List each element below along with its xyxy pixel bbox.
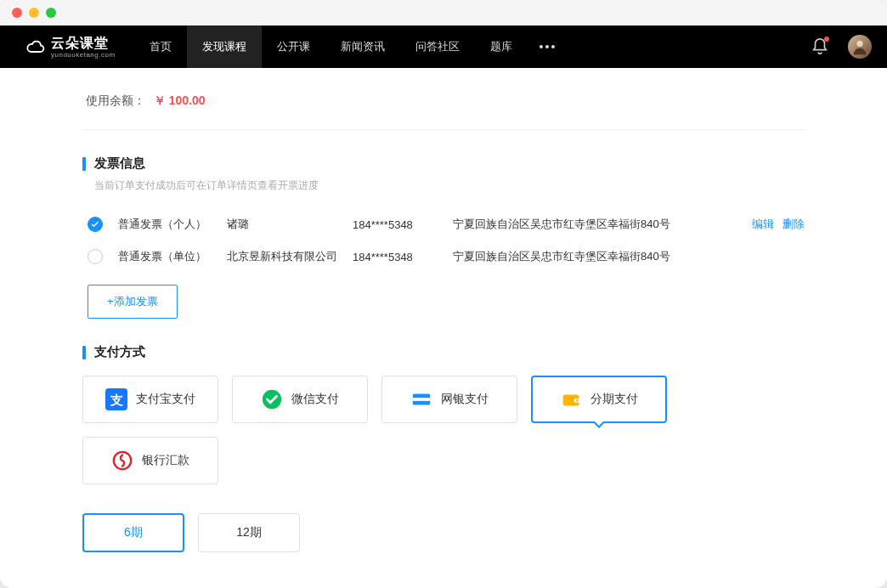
edit-link[interactable]: 编辑 — [752, 217, 774, 232]
invoice-type: 普通发票（单位） — [118, 249, 212, 264]
pay-label: 支付宝支付 — [136, 392, 195, 407]
minimize-icon[interactable] — [29, 8, 39, 18]
pay-label: 分期支付 — [590, 392, 638, 407]
balance-amount: ￥ 100.00 — [154, 93, 206, 107]
payment-methods-grid: 支 支付宝支付 微信支付 网银支付 — [82, 376, 805, 484]
section-title: 支付方式 — [82, 344, 805, 360]
nav-open-courses[interactable]: 公开课 — [262, 25, 325, 68]
app-window: 云朵课堂 yunduoketang.com 首页 发现课程 公开课 新闻资讯 问… — [0, 0, 887, 588]
wallet-icon — [560, 388, 582, 410]
pay-option-installment[interactable]: 分期支付 — [531, 376, 667, 423]
bankcard-icon — [410, 388, 432, 410]
invoice-row[interactable]: 普通发票（个人） 诸璐 184****5348 宁夏回族自治区吴忠市红寺堡区幸福… — [88, 208, 805, 240]
invoice-list: 普通发票（个人） 诸璐 184****5348 宁夏回族自治区吴忠市红寺堡区幸福… — [88, 208, 805, 273]
payment-title-text: 支付方式 — [94, 344, 145, 360]
invoice-address: 宁夏回族自治区吴忠市红寺堡区幸福街840号 — [453, 217, 737, 232]
nav-qa-community[interactable]: 问答社区 — [400, 25, 475, 68]
pay-option-banktransfer[interactable]: 银行汇款 — [82, 437, 218, 484]
wechat-icon — [261, 388, 283, 410]
invoice-section: 发票信息 当前订单支付成功后可在订单详情页查看开票进度 普通发票（个人） 诸璐 … — [82, 155, 805, 319]
term-option-6[interactable]: 6期 — [82, 513, 184, 552]
cloud-icon — [25, 39, 46, 54]
balance-row: 使用余额： ￥ 100.00 — [82, 68, 805, 130]
pay-option-bankcard[interactable]: 网银支付 — [381, 376, 517, 423]
invoice-title-text: 发票信息 — [94, 155, 145, 172]
brand-subtitle: yunduoketang.com — [51, 51, 116, 59]
pay-option-alipay[interactable]: 支 支付宝支付 — [82, 376, 218, 423]
invoice-actions: 编辑 删除 — [752, 217, 805, 232]
section-title: 发票信息 — [82, 155, 805, 172]
svg-rect-5 — [413, 398, 430, 401]
nav-more-icon[interactable]: ••• — [528, 25, 569, 68]
pay-label: 网银支付 — [441, 392, 489, 407]
brand-name: 云朵课堂 — [51, 35, 116, 53]
maximize-icon[interactable] — [46, 8, 56, 18]
term-option-12[interactable]: 12期 — [198, 513, 300, 552]
svg-text:支: 支 — [110, 393, 123, 407]
nav-home[interactable]: 首页 — [134, 25, 187, 68]
pay-label: 微信支付 — [291, 392, 339, 407]
nav-discover-courses[interactable]: 发现课程 — [187, 25, 262, 68]
pay-label: 银行汇款 — [142, 453, 189, 468]
nav-question-bank[interactable]: 题库 — [475, 25, 528, 68]
notification-dot-icon — [824, 37, 829, 42]
invoice-phone: 184****5348 — [353, 218, 438, 231]
add-invoice-button[interactable]: +添加发票 — [88, 285, 178, 319]
invoice-row[interactable]: 普通发票（单位） 北京昱新科技有限公司 184****5348 宁夏回族自治区吴… — [88, 240, 805, 273]
invoice-type: 普通发票（个人） — [118, 217, 212, 232]
payment-section: 支付方式 支 支付宝支付 微信支付 — [82, 344, 805, 588]
bank-icon — [111, 449, 133, 472]
pay-option-wechat[interactable]: 微信支付 — [232, 376, 368, 423]
title-accent-bar — [82, 157, 86, 171]
radio-checked-icon[interactable] — [88, 217, 103, 232]
installment-terms: 6期 12期 — [82, 513, 805, 552]
invoice-phone: 184****5348 — [353, 251, 438, 263]
window-titlebar — [0, 0, 887, 25]
main-nav: 首页 发现课程 公开课 新闻资讯 问答社区 题库 ••• — [134, 25, 569, 68]
page-content: 使用余额： ￥ 100.00 发票信息 当前订单支付成功后可在订单详情页查看开票… — [0, 68, 887, 588]
invoice-name: 诸璐 — [227, 217, 337, 232]
close-icon[interactable] — [12, 8, 22, 18]
svg-point-8 — [576, 399, 579, 402]
svg-point-0 — [856, 41, 862, 47]
nav-news[interactable]: 新闻资讯 — [325, 25, 400, 68]
brand-logo[interactable]: 云朵课堂 yunduoketang.com — [0, 35, 134, 59]
balance-label: 使用余额： — [86, 93, 145, 107]
title-accent-bar — [82, 346, 86, 359]
invoice-name: 北京昱新科技有限公司 — [227, 249, 337, 264]
alipay-icon: 支 — [105, 388, 127, 410]
notification-bell-icon[interactable] — [811, 37, 829, 56]
radio-unchecked-icon[interactable] — [88, 249, 103, 264]
top-nav-bar: 云朵课堂 yunduoketang.com 首页 发现课程 公开课 新闻资讯 问… — [0, 25, 887, 68]
invoice-address: 宁夏回族自治区吴忠市红寺堡区幸福街840号 — [453, 249, 805, 264]
window-controls — [12, 8, 56, 18]
delete-link[interactable]: 删除 — [782, 217, 805, 232]
user-avatar[interactable] — [848, 35, 872, 59]
invoice-subtitle: 当前订单支付成功后可在订单详情页查看开票进度 — [94, 178, 805, 193]
